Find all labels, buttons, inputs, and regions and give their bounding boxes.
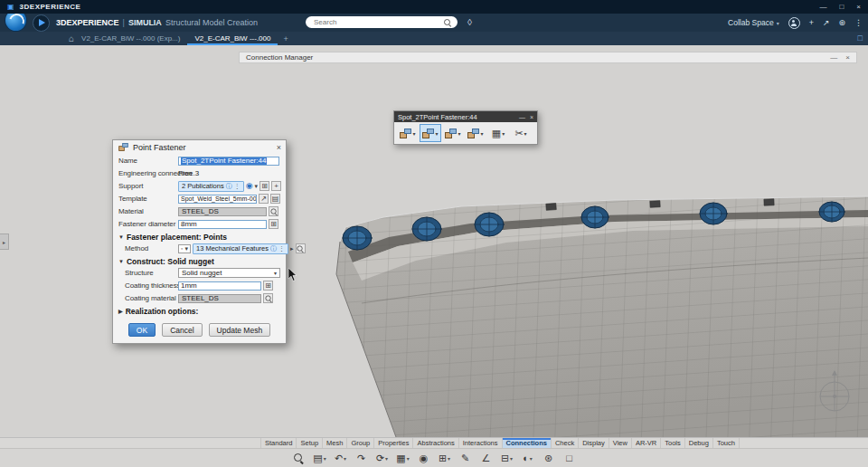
tab-mesh[interactable]: Mesh — [323, 438, 347, 448]
fastener-placement-section[interactable]: ▼ Fastener placement: Points — [118, 231, 280, 243]
kebab-menu-icon[interactable]: ⋮ — [278, 245, 285, 253]
collab-space-selector[interactable]: Collab Space ▾ — [728, 18, 779, 27]
tab-connections[interactable]: Connections — [503, 438, 552, 448]
publication-visibility-icon[interactable]: ◉ — [246, 182, 253, 190]
info-icon[interactable]: ⓘ — [226, 182, 232, 191]
support-list-icon[interactable]: ⊞ — [259, 181, 269, 191]
add-icon[interactable]: + — [809, 18, 814, 27]
method-combo[interactable]: ◦ ▾ — [178, 244, 191, 253]
update-button[interactable]: ⟳▾ — [374, 451, 391, 466]
tab-touch[interactable]: Touch — [713, 438, 740, 448]
redo-button[interactable]: ↷ — [354, 451, 370, 466]
fastener-palette-window[interactable]: Spot_2TPoint Fastener:44 — × ▾ ▾ ▾ — [393, 110, 538, 145]
palette-title-bar[interactable]: Spot_2TPoint Fastener:44 — × — [394, 111, 537, 122]
more-options-icon[interactable]: ⋮ — [854, 18, 863, 27]
chevron-down-icon[interactable]: ▾ — [255, 183, 259, 190]
annotate-button[interactable]: ✎ — [458, 451, 474, 466]
search-icon[interactable] — [444, 19, 451, 26]
tab-properties[interactable]: Properties — [374, 438, 413, 448]
construct-section[interactable]: ▼ Construct: Solid nugget — [118, 255, 280, 267]
user-profile-icon[interactable] — [788, 17, 800, 29]
formula-icon[interactable]: ⊞ — [263, 281, 273, 291]
tab-display[interactable]: Display — [579, 438, 609, 448]
measure-button[interactable]: ∠ — [478, 451, 495, 466]
formula-icon[interactable]: ⊞ — [269, 219, 278, 229]
tab-tools[interactable]: Tools — [661, 438, 685, 448]
template-catalog-icon[interactable]: ▤ — [270, 194, 280, 204]
line-fastener-icon[interactable]: ▾ — [442, 124, 464, 142]
undo-icon: ↶ — [335, 453, 343, 463]
document-tab-1[interactable]: V2_E-CAR_BiW --.000 (Exp...) — [74, 32, 187, 45]
tab-interactions[interactable]: Interactions — [459, 438, 503, 448]
structure-dropdown[interactable]: Solid nugget ▾ — [178, 268, 280, 278]
collapse-panel-icon[interactable]: — — [830, 53, 837, 62]
material-field[interactable]: STEEL_DS — [178, 207, 267, 216]
realization-options-section[interactable]: ▶ Realization options: — [118, 305, 280, 317]
name-field[interactable]: Spot_2TPoint Fastener:44 — [178, 157, 279, 166]
restore-panel-icon[interactable]: □ — [858, 33, 863, 43]
split-fastener-icon[interactable]: ✂ ▾ — [510, 124, 532, 142]
template-field[interactable]: Spot_Weld_Steel_5mm-000001St — [178, 195, 257, 204]
expand-left-panel-arrow[interactable]: ▸ — [0, 234, 9, 250]
tab-ar-vr[interactable]: AR-VR — [632, 438, 661, 448]
display-mode-button[interactable]: ◐▾ — [520, 451, 536, 466]
table-view-button[interactable]: ▦▾ — [395, 451, 411, 466]
coating-material-search-icon[interactable] — [263, 293, 273, 303]
support-picker-icon[interactable]: + — [271, 181, 281, 191]
tab-group[interactable]: Group — [347, 438, 374, 448]
close-panel-icon[interactable]: × — [845, 53, 850, 62]
tag-icon[interactable]: ◊ — [467, 17, 472, 27]
engineering-connection-label: Engineering connection — [118, 169, 178, 177]
window-minimize-button[interactable]: — — [819, 3, 826, 11]
spot-2t-point-fastener-icon[interactable]: ▾ — [420, 124, 441, 142]
tab-abstractions[interactable]: Abstractions — [413, 438, 458, 448]
fastener-diameter-field[interactable]: 8mm — [178, 220, 267, 229]
palette-collapse-icon[interactable]: — — [519, 114, 525, 120]
search-input[interactable] — [312, 17, 444, 27]
update-mesh-button[interactable]: Update Mesh — [209, 323, 271, 337]
open-template-icon[interactable]: ↗ — [259, 194, 269, 204]
info-icon[interactable]: ⓘ — [270, 244, 277, 253]
point-fastener-dialog[interactable]: Point Fastener × Name Spot_2TPoint Faste… — [112, 139, 287, 344]
document-tab-2-active[interactable]: V2_E-CAR_BiW ---.000 — [187, 32, 278, 45]
panel-layout-button[interactable]: □ — [561, 451, 578, 466]
tab-debug[interactable]: Debug — [685, 438, 713, 448]
method-search-icon[interactable] — [296, 243, 306, 253]
compass-icon[interactable] — [33, 14, 50, 32]
pointer-select-icon[interactable]: ▸ — [290, 245, 294, 253]
palette-close-icon[interactable]: × — [530, 114, 533, 120]
kebab-menu-icon[interactable]: ⋮ — [234, 183, 241, 190]
spot-point-fastener-icon[interactable]: ▾ — [397, 124, 419, 142]
share-icon[interactable]: ↗ — [823, 18, 830, 27]
structure-value: Solid nugget — [182, 269, 222, 277]
fastener-group-icon[interactable]: ▦ ▾ — [487, 124, 509, 142]
undo-button[interactable]: ↶▾ — [333, 451, 349, 466]
sphere-display-button[interactable]: ◉ — [416, 451, 432, 466]
seam-fastener-icon[interactable]: ▾ — [465, 124, 486, 142]
support-chip[interactable]: 2 Publications ⓘ ⋮ — [178, 181, 244, 192]
method-chip[interactable]: 13 Mechanical Features ⓘ ⋮ — [193, 243, 288, 254]
dialog-title-bar[interactable]: Point Fastener × — [113, 140, 286, 154]
new-tab-button[interactable]: + — [278, 34, 293, 43]
window-close-button[interactable]: × — [856, 3, 861, 11]
material-search-icon[interactable] — [269, 206, 278, 216]
tab-view[interactable]: View — [609, 438, 632, 448]
coating-thickness-field[interactable]: 1mm — [178, 281, 261, 291]
tab-setup[interactable]: Setup — [297, 438, 323, 448]
zoom-tool-button[interactable] — [291, 451, 307, 466]
settings-icon[interactable]: ⊛ — [838, 18, 845, 27]
section-button[interactable]: ⊟▾ — [499, 451, 515, 466]
dialog-close-icon[interactable]: × — [277, 143, 281, 152]
window-maximize-button[interactable]: □ — [839, 3, 844, 11]
settings-button[interactable]: ⊛ — [541, 451, 557, 466]
box-select-button[interactable]: ⊞▾ — [437, 451, 453, 466]
cancel-button[interactable]: Cancel — [162, 323, 202, 337]
tab-standard[interactable]: Standard — [260, 438, 297, 448]
ok-button[interactable]: OK — [128, 323, 156, 337]
paste-button[interactable]: ▤▾ — [312, 451, 328, 466]
tab-check[interactable]: Check — [552, 438, 579, 448]
search-box[interactable] — [306, 16, 458, 28]
3d-viewport[interactable] — [326, 195, 868, 437]
connection-manager-bar[interactable]: Connection Manager — × — [239, 52, 857, 63]
coating-material-field[interactable]: STEEL_DS — [178, 294, 261, 303]
